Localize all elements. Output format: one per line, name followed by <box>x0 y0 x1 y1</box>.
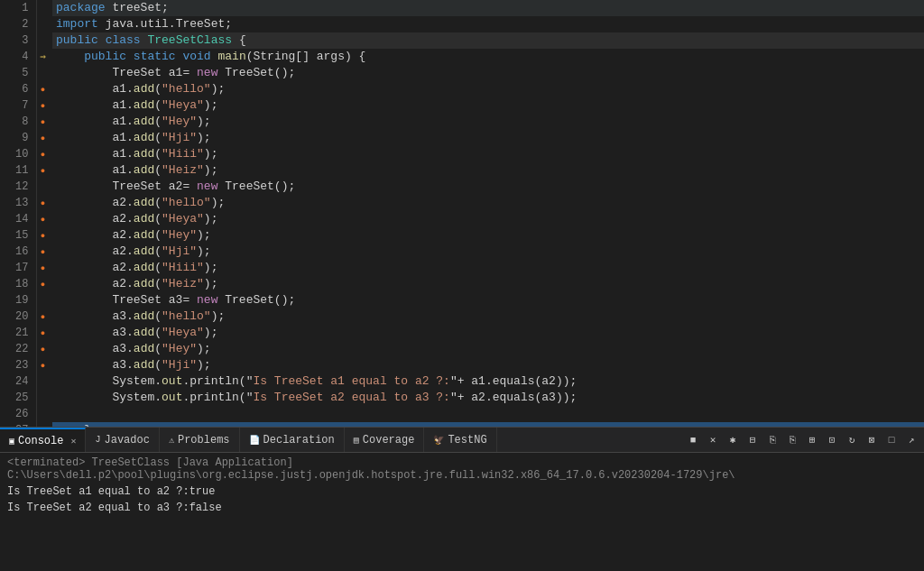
code-line-7: 7● a1.add("Heya"); <box>0 97 924 114</box>
line-gutter: ● <box>36 81 52 97</box>
stop-btn[interactable]: ■ <box>684 431 702 449</box>
line-gutter: ● <box>36 114 52 130</box>
line-number: 9 <box>0 130 36 146</box>
line-code-content: import java.util.TreeSet; <box>52 16 924 32</box>
tab-console[interactable]: ▣Console✕ <box>0 428 86 452</box>
code-line-17: 17● a2.add("Hiii"); <box>0 260 924 276</box>
line-number: 5 <box>0 65 36 81</box>
code-line-20: 20● a3.add("hello"); <box>0 309 924 325</box>
terminated-text: <terminated> TreeSetClass [Java Applicat… <box>7 456 917 482</box>
pin-btn[interactable]: ✱ <box>724 431 742 449</box>
declaration-tab-icon: 📄 <box>249 435 260 446</box>
breakpoint-icon: ● <box>37 230 50 243</box>
new-btn[interactable]: ⊞ <box>803 431 821 449</box>
line-gutter <box>36 16 52 32</box>
tabs-bar: ▣Console✕JJavadoc⚠Problems📄Declaration▤C… <box>0 428 924 453</box>
line-gutter: ● <box>36 341 52 357</box>
line-code-content: TreeSet a1= new TreeSet(); <box>52 65 924 81</box>
code-line-16: 16● a2.add("Hji"); <box>0 244 924 260</box>
breakpoint-icon: ● <box>37 344 50 356</box>
breakpoint-icon: ● <box>37 246 50 259</box>
tab-javadoc[interactable]: JJavadoc <box>86 428 159 452</box>
breakpoint-icon: ● <box>37 311 50 324</box>
tab-label: Console <box>18 435 63 447</box>
line-code-content: a2.add("Hey"); <box>52 227 924 244</box>
line-gutter: ● <box>36 162 52 179</box>
problems-tab-icon: ⚠ <box>169 435 174 446</box>
code-line-23: 23● a3.add("Hji"); <box>0 357 924 373</box>
line-gutter <box>36 390 52 406</box>
testng-tab-icon: 🦅 <box>433 435 444 446</box>
tab-testng[interactable]: 🦅TestNG <box>424 428 496 452</box>
line-code-content: TreeSet a3= new TreeSet(); <box>52 292 924 309</box>
line-gutter <box>36 0 52 16</box>
line-number: 4 <box>0 49 36 65</box>
code-line-1: 1package treeSet; <box>0 0 924 16</box>
console-output[interactable]: <terminated> TreeSetClass [Java Applicat… <box>0 453 924 571</box>
panel-actions: ■✕✱⊟⎘⎘⊞⊡↻⊠□↗ <box>684 431 924 449</box>
line-code-content: a3.add("Hey"); <box>52 341 924 357</box>
breakpoint-icon: ● <box>37 327 50 340</box>
line-number: 12 <box>0 179 36 195</box>
line-code-content: a1.add("hello"); <box>52 81 924 97</box>
line-number: 6 <box>0 81 36 97</box>
tab-label: TestNG <box>448 434 486 447</box>
line-code-content: a3.add("hello"); <box>52 309 924 325</box>
line-code-content: a2.add("hello"); <box>52 195 924 211</box>
line-number: 19 <box>0 292 36 309</box>
line-code-content: a2.add("Hji"); <box>52 244 924 260</box>
code-line-5: 5 TreeSet a1= new TreeSet(); <box>0 65 924 81</box>
line-code-content: public class TreeSetClass { <box>52 32 924 49</box>
line-number: 16 <box>0 244 36 260</box>
line-gutter: ● <box>36 357 52 373</box>
breakpoint-icon: ● <box>37 360 50 373</box>
tab-close-icon[interactable]: ✕ <box>70 436 76 447</box>
line-code-content: a2.add("Heiz"); <box>52 276 924 292</box>
line-number: 14 <box>0 211 36 227</box>
line-code-content: package treeSet; <box>52 0 924 16</box>
minimize-btn[interactable]: ⊟ <box>744 431 762 449</box>
code-line-12: 12 TreeSet a2= new TreeSet(); <box>0 179 924 195</box>
tab-coverage[interactable]: ▤Coverage <box>345 428 425 452</box>
line-gutter: ● <box>36 146 52 162</box>
line-gutter <box>36 292 52 309</box>
copy1-btn[interactable]: ⎘ <box>763 431 781 449</box>
line-number: 1 <box>0 0 36 16</box>
code-line-18: 18● a2.add("Heiz"); <box>0 276 924 292</box>
code-line-8: 8● a1.add("Hey"); <box>0 114 924 130</box>
line-gutter: ● <box>36 97 52 114</box>
close2-btn[interactable]: ⊠ <box>863 431 881 449</box>
javadoc-tab-icon: J <box>95 435 100 445</box>
code-scroll-area[interactable]: 1package treeSet;2import java.util.TreeS… <box>0 0 924 427</box>
line-code-content: a1.add("Heiz"); <box>52 162 924 179</box>
line-number: 25 <box>0 390 36 406</box>
line-gutter: ● <box>36 130 52 146</box>
line-number: 15 <box>0 227 36 244</box>
breakpoint-icon: ● <box>37 84 50 97</box>
line-code-content: a2.add("Heya"); <box>52 211 924 227</box>
copy2-btn[interactable]: ⎘ <box>783 431 801 449</box>
line-code-content: TreeSet a2= new TreeSet(); <box>52 179 924 195</box>
bottom-panel: ▣Console✕JJavadoc⚠Problems📄Declaration▤C… <box>0 427 924 571</box>
grid-btn[interactable]: ⊡ <box>823 431 841 449</box>
line-gutter <box>36 406 52 422</box>
line-gutter: ● <box>36 195 52 211</box>
breakpoint-icon: ● <box>37 198 50 210</box>
line-number: 8 <box>0 114 36 130</box>
refresh-btn[interactable]: ↻ <box>843 431 861 449</box>
close-btn[interactable]: ✕ <box>704 431 722 449</box>
maximize-btn[interactable]: ↗ <box>902 431 920 449</box>
line-number: 24 <box>0 373 36 390</box>
console-tab-icon: ▣ <box>9 436 14 447</box>
line-code-content: a3.add("Hji"); <box>52 357 924 373</box>
coverage-tab-icon: ▤ <box>354 435 359 446</box>
restore-btn[interactable]: □ <box>882 431 901 449</box>
tab-declaration[interactable]: 📄Declaration <box>240 428 345 452</box>
debug-arrow-icon: ⇒ <box>37 51 50 63</box>
line-code-content: a1.add("Hey"); <box>52 114 924 130</box>
line-gutter: ● <box>36 260 52 276</box>
code-line-19: 19 TreeSet a3= new TreeSet(); <box>0 292 924 309</box>
tab-problems[interactable]: ⚠Problems <box>160 428 240 452</box>
line-number: 23 <box>0 357 36 373</box>
breakpoint-icon: ● <box>37 149 50 161</box>
